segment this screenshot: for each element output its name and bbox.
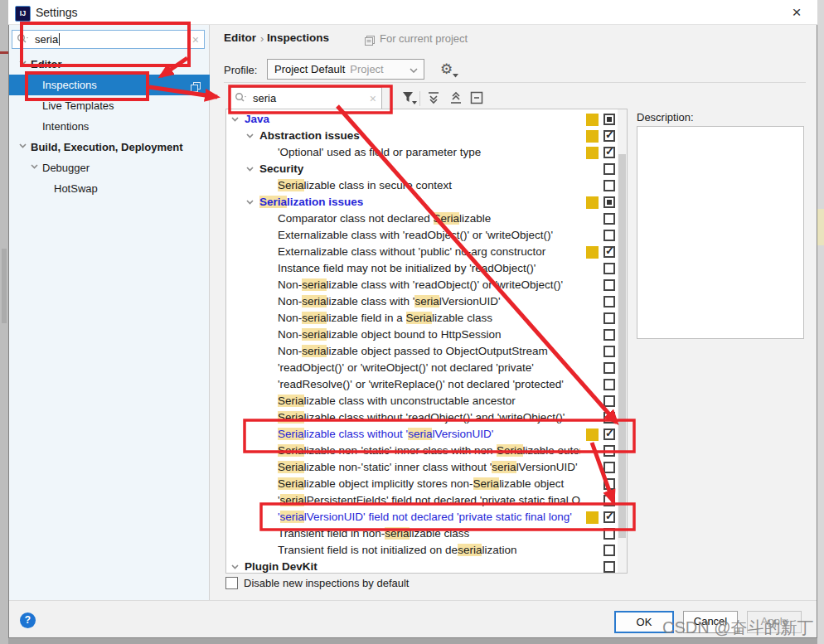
inspection-checkbox[interactable] — [603, 362, 615, 374]
sidebar-item-build-execution-deployment[interactable]: Build, Execution, Deployment — [9, 137, 210, 157]
inspection-checkbox[interactable] — [603, 561, 615, 573]
collapse-all-icon[interactable] — [448, 90, 465, 107]
inspection-checkbox[interactable] — [603, 545, 615, 556]
inspection-row[interactable]: Non-serializable class with 'readObject(… — [226, 277, 627, 293]
sidebar-item-intentions[interactable]: Intentions — [9, 116, 210, 137]
inspection-checkbox[interactable] — [603, 412, 615, 424]
gear-icon[interactable]: ⚙ — [440, 61, 458, 78]
inspection-checkbox[interactable] — [603, 114, 615, 125]
inspection-checkbox[interactable] — [603, 495, 615, 506]
row-text-segment: Non- — [278, 345, 302, 357]
row-text-segment: seria — [280, 511, 304, 523]
inspection-checkbox[interactable] — [603, 478, 615, 490]
inspection-row[interactable]: Transient field is not initialized on de… — [226, 542, 627, 559]
inspection-row[interactable]: Comparator class not declared Serializab… — [226, 211, 627, 227]
inspection-row[interactable]: 'readObject()' or 'writeObject()' not de… — [226, 360, 627, 376]
toolbar-divider — [419, 91, 420, 106]
expand-all-icon[interactable] — [426, 90, 443, 107]
inspection-checkbox[interactable] — [603, 180, 615, 191]
chevron-down-icon[interactable] — [246, 167, 254, 174]
inspection-row[interactable]: Serializable non-'static' inner class wi… — [226, 443, 627, 459]
inspection-label: Instance field may not be initialized by… — [278, 260, 580, 277]
inspection-checkbox[interactable] — [603, 312, 615, 324]
row-text-segment: Seria — [473, 477, 500, 490]
inspection-checkbox[interactable]: ✓ — [603, 147, 615, 158]
inspection-label: Non-serializable class with 'readObject(… — [278, 277, 580, 293]
sidebar-item-editor[interactable]: Editor — [9, 54, 210, 75]
inspection-checkbox[interactable] — [603, 279, 615, 291]
inspection-checkbox[interactable] — [603, 263, 615, 274]
sidebar-item-live-templates[interactable]: Live Templates — [9, 95, 210, 116]
row-text-segment: seria — [414, 295, 439, 307]
inspection-row[interactable]: Serializable class with unconstructable … — [226, 393, 627, 409]
help-button[interactable]: ? — [20, 613, 36, 628]
clear-search-icon[interactable]: × — [192, 33, 199, 46]
inspection-row[interactable]: Externalizable class with 'readObject()'… — [226, 227, 627, 244]
inspection-row[interactable]: Abstraction issues✓ — [226, 128, 627, 144]
breadcrumb-editor[interactable]: Editor — [224, 31, 256, 44]
chevron-down-icon[interactable] — [231, 117, 239, 124]
inspection-row[interactable]: Non-serializable class with 'serialVersi… — [226, 293, 627, 310]
profile-dropdown[interactable]: Project Default Project — [267, 59, 424, 80]
inspection-row[interactable]: 'Optional' used as field or parameter ty… — [226, 144, 627, 161]
inspection-row[interactable]: Serializable object implicitly stores no… — [226, 476, 627, 492]
inspections-search-input[interactable]: seria × — [230, 87, 382, 109]
inspection-checkbox[interactable]: ✓ — [603, 511, 615, 523]
inspection-row[interactable]: Serializable class without 'readObject()… — [226, 409, 627, 426]
reset-filter-icon[interactable] — [469, 90, 486, 107]
inspection-row[interactable]: Transient field in non-serializable clas… — [226, 525, 627, 542]
inspection-row[interactable]: 'serialPersistentFields' field not decla… — [226, 492, 627, 509]
inspection-checkbox[interactable] — [603, 163, 615, 175]
sidebar-item-debugger[interactable]: Debugger — [9, 157, 210, 178]
chevron-down-icon[interactable] — [19, 61, 27, 68]
inspection-row[interactable]: Non-serializable object passed to Object… — [226, 343, 627, 360]
inspection-checkbox[interactable] — [603, 379, 615, 390]
clear-search-icon[interactable]: × — [370, 92, 376, 105]
sidebar-item-inspections[interactable]: Inspections — [9, 75, 210, 95]
chevron-down-icon[interactable] — [231, 564, 239, 572]
inspection-row[interactable]: Instance field may not be initialized by… — [226, 260, 627, 277]
inspection-checkbox[interactable] — [603, 196, 615, 208]
inspection-row[interactable]: Serialization issues — [226, 194, 627, 211]
settings-search-input[interactable]: seria × — [12, 30, 205, 49]
row-text-segment: seria — [492, 461, 516, 473]
inspection-checkbox[interactable]: ✓ — [603, 429, 615, 440]
inspection-row[interactable]: Serializable non-'static' inner class wi… — [226, 459, 627, 476]
sidebar-item-hotswap[interactable]: HotSwap — [9, 178, 210, 199]
inspection-checkbox[interactable] — [603, 462, 615, 473]
inspection-checkbox[interactable] — [603, 329, 615, 341]
watermark: CSDN @奋斗的新丁 — [662, 617, 814, 639]
inspection-row[interactable]: Serializable class in secure context — [226, 177, 627, 194]
inspection-row[interactable]: 'readResolve()' or 'writeReplace()' not … — [226, 376, 627, 393]
inspection-checkbox[interactable] — [603, 213, 615, 225]
chevron-down-icon[interactable] — [19, 143, 27, 151]
inspection-row[interactable]: Non-serializable object bound to HttpSes… — [226, 327, 627, 343]
row-text-segment: Abstraction issues — [259, 129, 360, 142]
chevron-down-icon[interactable] — [31, 164, 38, 172]
inspection-row[interactable]: Plugin DevKit — [226, 559, 627, 574]
disable-inspections-checkbox[interactable] — [225, 577, 238, 589]
scrollbar-thumb[interactable] — [618, 154, 626, 538]
inspection-row[interactable]: Security — [226, 161, 627, 177]
inspection-row[interactable]: Externalizable class without 'public' no… — [226, 244, 627, 260]
inspection-checkbox[interactable] — [603, 395, 615, 407]
inspection-checkbox[interactable]: ✓ — [603, 130, 615, 142]
inspection-row[interactable]: 'serialVersionUID' field not declared 'p… — [226, 509, 627, 525]
chevron-down-icon[interactable] — [246, 200, 254, 207]
chevron-down-icon[interactable] — [246, 133, 254, 141]
close-icon[interactable]: × — [786, 2, 807, 22]
row-text-segment: Seria — [434, 212, 460, 225]
inspection-checkbox[interactable] — [603, 445, 615, 457]
inspection-row[interactable]: Non-serializable field in a Serializable… — [226, 310, 627, 327]
inspection-checkbox[interactable]: ✓ — [603, 246, 615, 258]
row-text-segment: Transient field in non- — [278, 527, 385, 540]
inspection-row[interactable]: Serializable class without 'serialVersio… — [226, 426, 627, 443]
row-text-segment: lizable — [459, 212, 491, 225]
filter-funnel-icon[interactable] — [401, 90, 418, 107]
inspection-row[interactable]: Java — [226, 111, 627, 128]
inspection-checkbox[interactable] — [603, 346, 615, 357]
tree-scrollbar[interactable] — [618, 109, 627, 573]
inspection-checkbox[interactable] — [603, 296, 615, 307]
inspection-checkbox[interactable] — [603, 528, 615, 540]
inspection-checkbox[interactable] — [603, 230, 615, 241]
